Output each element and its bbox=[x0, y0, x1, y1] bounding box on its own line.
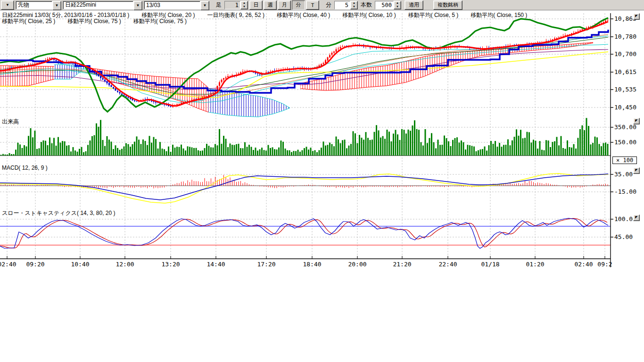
toolbar: ▼ 先物 ▼ 日経225mini ▼ 13/03 ▼ 足 1 ▲▼ 日週月分T … bbox=[0, 0, 644, 10]
indicator-legend-row-2: 移動平均( Close, 25 )移動平均( Close, 75 )移動平均( … bbox=[2, 17, 187, 25]
toolbar-collapse-button[interactable]: ▼ bbox=[1, 0, 14, 10]
macd-line bbox=[0, 174, 608, 200]
minute-label: 分 bbox=[324, 1, 333, 9]
period-button-日[interactable]: 日 bbox=[249, 0, 263, 10]
instrument-type-value: 先物 bbox=[16, 1, 52, 9]
chevron-down-icon[interactable]: ▼ bbox=[52, 1, 61, 10]
contract-month-combobox[interactable]: 13/03 ▼ bbox=[144, 1, 209, 9]
bar-count-value: 500 bbox=[375, 1, 394, 9]
period-button-分[interactable]: 分 bbox=[292, 0, 305, 10]
price-axis-label: 10,700 bbox=[614, 50, 636, 58]
volume-axis-label: 150.00 bbox=[614, 139, 636, 146]
time-axis-label: 01/18 bbox=[481, 261, 499, 268]
volume-bars bbox=[0, 118, 609, 156]
pane-expand-button[interactable]: ◤ bbox=[633, 167, 640, 174]
chart-area: 日経225mini 13/03( 5分, 2013/01/16 - 2013/0… bbox=[0, 0, 644, 362]
ma-cyan-slow-line bbox=[0, 44, 608, 103]
time-axis-label: 09:20 bbox=[26, 261, 44, 268]
legend-item: 移動平均( Close, 150 ) bbox=[471, 11, 527, 19]
ichimoku-cloud-red bbox=[86, 67, 208, 112]
instrument-type-combobox[interactable]: 先物 ▼ bbox=[16, 1, 61, 9]
ma-green-line bbox=[0, 18, 608, 112]
time-axis-label: 13:20 bbox=[161, 261, 180, 268]
chevron-down-icon[interactable]: ▼ bbox=[133, 1, 142, 10]
time-axis-label: 12:00 bbox=[116, 261, 134, 268]
macd-pane-label: MACD( 12, 26, 9 ) bbox=[2, 165, 48, 171]
period-button-月[interactable]: 月 bbox=[278, 0, 291, 10]
spin-down-icon[interactable]: ▼ bbox=[241, 5, 248, 9]
volume-pane-label: 出来高 bbox=[2, 118, 19, 126]
price-axis-label: 10,450 bbox=[614, 104, 636, 111]
minute-stepper[interactable]: 5 ▲▼ bbox=[334, 1, 358, 9]
pane-expand-button[interactable]: ◤ bbox=[633, 118, 640, 124]
period-button-T[interactable]: T bbox=[306, 0, 319, 10]
price-axis-label: 10,535 bbox=[614, 86, 636, 93]
time-axis-label: 14:40 bbox=[206, 261, 225, 268]
contract-month-value: 13/03 bbox=[144, 1, 200, 9]
spin-down-icon[interactable]: ▼ bbox=[351, 5, 357, 9]
macd-axis-label: -15.00 bbox=[614, 188, 636, 195]
legend-item: 移動平均( Close, 5 ) bbox=[408, 11, 459, 19]
apply-button[interactable]: 適用 bbox=[405, 0, 423, 10]
time-axis-label: 01:20 bbox=[526, 261, 544, 268]
bar-interval-value: 1 bbox=[224, 1, 240, 9]
price-axis-label: 10,615 bbox=[614, 68, 636, 75]
time-axis-label: 02:40 bbox=[574, 261, 593, 268]
stoch-k-line bbox=[0, 218, 608, 248]
bar-interval-stepper[interactable]: 1 ▲▼ bbox=[224, 1, 248, 9]
legend-item: 移動平均( Close, 10 ) bbox=[342, 11, 396, 19]
time-axis-label: 18:40 bbox=[303, 261, 321, 268]
time-axis-label: 10:40 bbox=[71, 261, 89, 268]
chevron-down-icon[interactable]: ▼ bbox=[200, 1, 209, 10]
volume-multiplier-badge: × 100 bbox=[612, 156, 637, 164]
macd-axis-label: 35.00 bbox=[614, 171, 633, 178]
bar-count-stepper[interactable]: 500 ▲▼ bbox=[375, 1, 401, 9]
time-axis-label: 09:2 bbox=[597, 261, 612, 268]
spin-up-icon[interactable]: ▲ bbox=[241, 1, 248, 5]
time-axis-label: 22:40 bbox=[438, 261, 457, 268]
stoch-axis-label: 45.00 bbox=[614, 233, 633, 240]
price-axis-label: 10,780 bbox=[614, 33, 636, 40]
legend-item: 一目均衡表( 9, 26, 52 ) bbox=[207, 11, 264, 19]
pane-expand-button[interactable]: ◤ bbox=[633, 214, 640, 221]
chart-canvas[interactable] bbox=[0, 0, 644, 362]
stoch-pane-label: スロー・ストキャスティクス( 14, 3, 80, 20 ) bbox=[2, 209, 115, 217]
pane-expand-button[interactable]: ◤ bbox=[633, 13, 640, 20]
legend-item: 移動平均( Close, 75 ) bbox=[67, 17, 121, 25]
instrument-combobox[interactable]: 日経225mini ▼ bbox=[63, 1, 142, 9]
time-axis-label: 17:20 bbox=[257, 261, 275, 268]
legend-item: 移動平均( Close, 40 ) bbox=[277, 11, 330, 19]
spin-up-icon[interactable]: ▲ bbox=[394, 1, 401, 5]
minute-value: 5 bbox=[334, 1, 350, 9]
time-axis-label: 20:00 bbox=[348, 261, 366, 268]
legend-item: 移動平均( Close, 75 ) bbox=[133, 17, 187, 25]
instrument-value: 日経225mini bbox=[63, 1, 133, 9]
time-axis-label: 02:40 bbox=[0, 261, 17, 268]
legend-item: 移動平均( Close, 25 ) bbox=[2, 17, 55, 25]
spin-down-icon[interactable]: ▼ bbox=[394, 5, 401, 9]
candlesticks bbox=[0, 18, 609, 107]
bar-type-label: 足 bbox=[215, 1, 223, 9]
multi-symbol-button[interactable]: 複数銘柄 bbox=[433, 0, 462, 10]
time-axis-label: 21:20 bbox=[393, 261, 411, 268]
ma-yellow-line bbox=[0, 52, 608, 98]
period-button-週[interactable]: 週 bbox=[264, 0, 277, 10]
ma-red-line bbox=[0, 22, 608, 106]
spin-up-icon[interactable]: ▲ bbox=[351, 1, 357, 5]
macd-signal-line bbox=[0, 173, 608, 203]
bar-count-label: 本数 bbox=[359, 1, 373, 9]
volume-axis-label: 350.00 bbox=[614, 123, 636, 131]
